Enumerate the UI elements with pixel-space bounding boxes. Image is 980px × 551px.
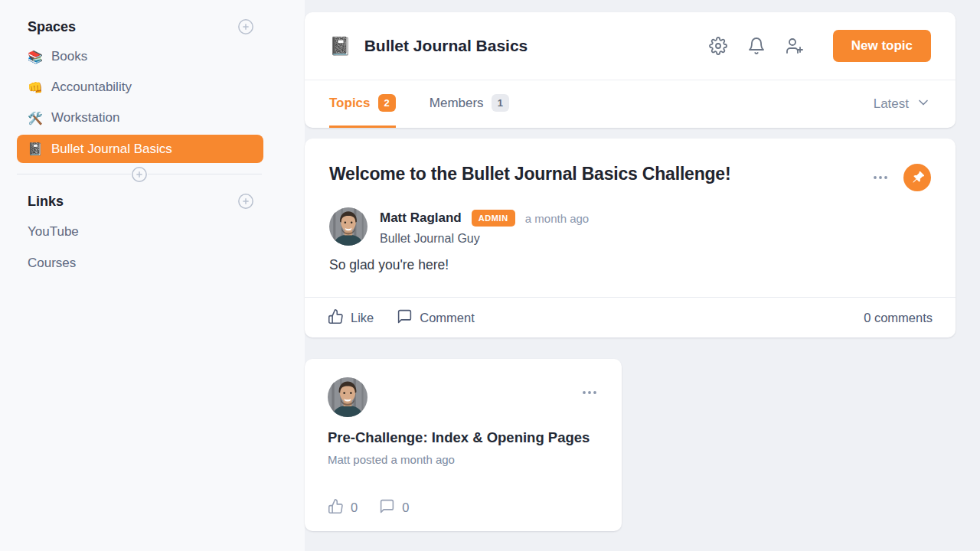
sidebar-item-label: Bullet Journal Basics <box>51 142 172 157</box>
links-section: Links YouTube Courses <box>0 193 305 279</box>
spaces-section-header: Spaces <box>28 18 254 35</box>
notebook-emoji: 📓 <box>28 142 43 156</box>
compact-actions: 0 0 <box>328 498 599 517</box>
link-label: YouTube <box>28 224 79 240</box>
author-name-row: Matt Ragland ADMIN a month ago <box>380 210 589 227</box>
user-plus-icon[interactable] <box>786 37 804 55</box>
sidebar: Spaces 📚 Books 👊 Accountability 🛠️ Works… <box>0 0 305 551</box>
add-space-icon[interactable] <box>237 18 254 35</box>
author-row: Matt Ragland ADMIN a month ago Bullet Jo… <box>329 207 931 246</box>
comments-count-link[interactable]: 0 comments <box>864 311 933 325</box>
topic-card-pre-challenge[interactable]: Pre-Challenge: Index & Opening Pages Mat… <box>305 359 622 531</box>
sidebar-item-books[interactable]: 📚 Books <box>17 41 263 72</box>
ellipsis-menu-icon[interactable] <box>580 383 599 402</box>
pinned-indicator <box>903 164 931 191</box>
sidebar-item-bullet-journal-basics[interactable]: 📓 Bullet Journal Basics <box>17 135 263 163</box>
author-info: Matt Ragland ADMIN a month ago Bullet Jo… <box>380 207 589 246</box>
tab-members-label: Members <box>430 96 484 111</box>
spaces-divider <box>17 174 262 174</box>
post-title[interactable]: Pre-Challenge: Index & Opening Pages <box>328 429 599 446</box>
avatar[interactable] <box>328 377 368 417</box>
topic-card-welcome: Welcome to the Bullet Journal Basics Cha… <box>305 139 956 337</box>
chevron-down-icon <box>916 95 931 114</box>
space-header-card: 📓 Bullet Journal Basics New topic Topics… <box>305 12 956 128</box>
tab-topics[interactable]: Topics 2 <box>329 80 396 128</box>
author-name[interactable]: Matt Ragland <box>380 210 462 226</box>
gear-icon[interactable] <box>709 37 727 55</box>
thumbs-up-icon <box>328 308 344 328</box>
header-actions: New topic <box>709 30 931 62</box>
post-body: So glad you're here! <box>329 257 931 273</box>
space-title: Bullet Journal Basics <box>364 37 528 55</box>
thumbs-up-icon <box>328 498 344 517</box>
like-count: 0 <box>351 500 358 515</box>
bell-icon[interactable] <box>747 37 766 55</box>
main-content: 📓 Bullet Journal Basics New topic Topics… <box>305 0 980 551</box>
pin-icon <box>911 171 924 184</box>
comment-count: 0 <box>402 500 409 515</box>
like-label: Like <box>351 311 374 325</box>
post-title-row: Welcome to the Bullet Journal Basics Cha… <box>329 164 931 191</box>
tabs-bar: Topics 2 Members 1 Latest <box>305 80 956 128</box>
links-title: Links <box>28 194 64 210</box>
comment-button[interactable]: Comment <box>397 308 475 328</box>
add-link-icon[interactable] <box>237 193 254 210</box>
new-topic-button[interactable]: New topic <box>833 30 931 62</box>
sidebar-link-courses[interactable]: Courses <box>28 247 305 279</box>
like-button[interactable]: Like <box>328 308 374 328</box>
admin-badge: ADMIN <box>472 210 515 227</box>
tab-topics-label: Topics <box>329 96 371 111</box>
sort-dropdown[interactable]: Latest <box>874 80 931 128</box>
sidebar-item-label: Accountability <box>51 80 132 95</box>
link-label: Courses <box>28 256 76 271</box>
links-section-header: Links <box>28 193 254 210</box>
topics-count-badge: 2 <box>378 94 396 112</box>
sidebar-item-label: Workstation <box>51 110 119 126</box>
sidebar-item-workstation[interactable]: 🛠️ Workstation <box>17 103 263 133</box>
add-space-inline-icon[interactable] <box>131 166 148 183</box>
sort-label: Latest <box>874 96 909 112</box>
post-main: Welcome to the Bullet Journal Basics Cha… <box>305 139 956 273</box>
spaces-title: Spaces <box>28 19 76 35</box>
avatar[interactable] <box>329 207 368 246</box>
sidebar-item-label: Books <box>51 49 87 64</box>
like-button[interactable]: 0 <box>328 498 358 517</box>
comment-bubble-icon <box>379 498 395 517</box>
space-header-row: 📓 Bullet Journal Basics New topic <box>305 12 956 80</box>
post-controls <box>871 164 931 191</box>
tab-members[interactable]: Members 1 <box>430 80 509 128</box>
ellipsis-menu-icon[interactable] <box>871 168 890 187</box>
sidebar-item-accountability[interactable]: 👊 Accountability <box>17 72 263 103</box>
comment-bubble-icon <box>397 308 413 328</box>
post-meta: Matt posted a month ago <box>328 453 599 466</box>
post-title[interactable]: Welcome to the Bullet Journal Basics Cha… <box>329 164 730 184</box>
comment-label: Comment <box>420 311 475 325</box>
compact-card-top <box>328 377 599 417</box>
space-notebook-emoji: 📓 <box>329 36 351 57</box>
books-emoji: 📚 <box>28 50 43 64</box>
members-count-badge: 1 <box>492 94 509 112</box>
author-subtitle: Bullet Journal Guy <box>380 232 589 246</box>
post-footer: Like Comment 0 comments <box>305 297 956 337</box>
comment-button[interactable]: 0 <box>379 498 409 517</box>
sidebar-link-youtube[interactable]: YouTube <box>28 216 305 247</box>
fist-emoji: 👊 <box>28 80 43 95</box>
post-timestamp: a month ago <box>525 212 589 225</box>
tools-emoji: 🛠️ <box>28 111 43 126</box>
